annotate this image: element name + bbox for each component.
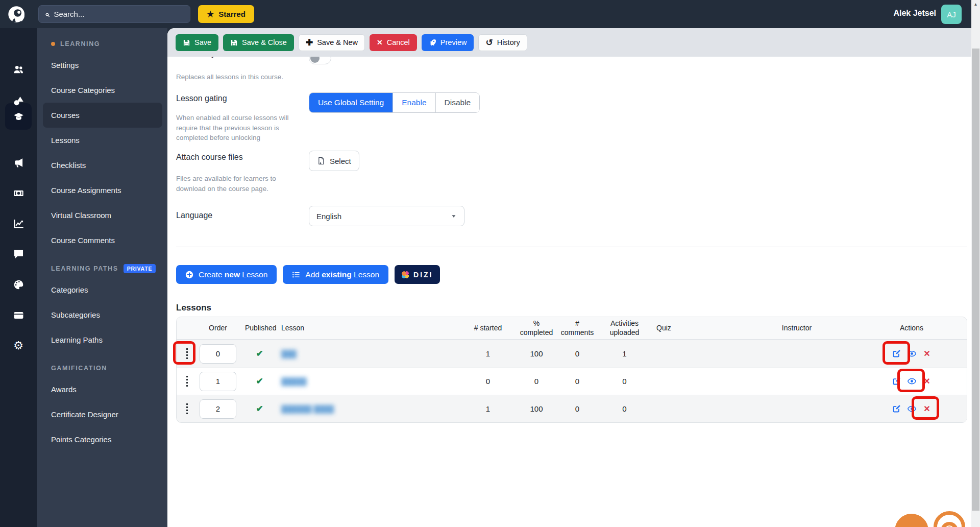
sidebar-item-categories[interactable]: Categories xyxy=(43,277,162,302)
file-plus-icon xyxy=(317,157,325,165)
drag-handle[interactable] xyxy=(177,376,193,387)
sidebar-item-checklists[interactable]: Checklists xyxy=(43,153,162,178)
rail-item-users[interactable] xyxy=(0,56,37,83)
dizi-button[interactable]: DIZI xyxy=(395,265,439,284)
column-header-instructor: Instructor xyxy=(738,324,855,333)
save-button[interactable]: Save xyxy=(176,34,218,51)
section-header-learning: LEARNING xyxy=(37,35,167,53)
sidebar-nav: LEARNINGSettingsCourse CategoriesCourses… xyxy=(37,28,167,527)
scrollbar-thumb[interactable] xyxy=(972,49,979,511)
lesson-name-link[interactable]: █████ xyxy=(281,377,307,386)
rail-item-commerce[interactable] xyxy=(0,180,37,206)
preview-lesson-button[interactable] xyxy=(908,404,916,413)
published-check-icon: ✔ xyxy=(243,403,276,414)
column-header-activitiesuploaded: Activities uploaded xyxy=(598,319,651,337)
history-label: History xyxy=(497,38,520,46)
sidebar-item-learning-paths[interactable]: Learning Paths xyxy=(43,327,162,352)
sidebar-item-subcategories[interactable]: Subcategories xyxy=(43,302,162,327)
edit-lesson-button[interactable] xyxy=(892,404,901,413)
sidebar-item-course-comments[interactable]: Course Comments xyxy=(43,228,162,253)
delete-lesson-button[interactable]: ✕ xyxy=(923,404,932,413)
cell-completed: 100 xyxy=(516,349,557,358)
rail-item-learning[interactable] xyxy=(0,103,37,130)
palette-icon xyxy=(13,279,24,290)
cell-activities: 1 xyxy=(598,349,651,358)
lesson-name-link[interactable]: ██████ ████ xyxy=(281,405,334,413)
rail-item-comments[interactable] xyxy=(0,241,37,267)
plus-icon: ✚ xyxy=(306,37,313,48)
order-input[interactable] xyxy=(200,399,236,419)
plus-circle-icon xyxy=(185,271,193,279)
star-icon: ★ xyxy=(207,9,214,19)
scrollbar-up-arrow[interactable]: ▲ xyxy=(971,2,980,7)
drag-handle[interactable] xyxy=(177,403,193,415)
cancel-button[interactable]: ✕ Cancel xyxy=(370,34,417,51)
app-logo-elephant-icon[interactable] xyxy=(7,4,27,25)
order-input[interactable] xyxy=(200,372,236,391)
main-area: Save Save & Close ✚ Save & New ✕ Cancel … xyxy=(167,28,971,527)
rail-item-reports[interactable] xyxy=(0,210,37,237)
create-new-lesson-button[interactable]: Create new Lesson xyxy=(176,265,277,284)
megaphone-icon xyxy=(13,157,24,168)
chat-bubble-icon xyxy=(13,249,24,259)
save-new-button[interactable]: ✚ Save & New xyxy=(299,34,365,51)
gating-option-use-global-setting[interactable]: Use Global Setting xyxy=(309,93,393,112)
preview-lesson-button[interactable] xyxy=(908,377,916,386)
published-check-icon: ✔ xyxy=(243,376,276,387)
sidebar-item-lessons[interactable]: Lessons xyxy=(43,128,162,153)
lesson-gating-help: When enabled all course lessons will req… xyxy=(176,113,296,143)
rail-item-accounts[interactable] xyxy=(0,302,37,328)
icon-rail: ⚙ xyxy=(0,28,37,527)
save-close-button[interactable]: Save & Close xyxy=(223,34,294,51)
published-check-icon: ✔ xyxy=(243,348,276,359)
save-label: Save xyxy=(194,38,211,46)
sidebar-item-points-categories[interactable]: Points Categories xyxy=(43,427,162,452)
chevron-down-icon: ▼ xyxy=(451,213,457,219)
delete-lesson-button[interactable]: ✕ xyxy=(923,349,932,358)
edit-lesson-button[interactable] xyxy=(892,377,901,386)
lesson-name-link[interactable]: ███ xyxy=(281,350,297,358)
rail-item-announcements[interactable] xyxy=(0,149,37,176)
avatar[interactable]: AJ xyxy=(941,5,962,24)
cell-started: 1 xyxy=(460,349,516,358)
sidebar-item-virtual-classroom[interactable]: Virtual Classroom xyxy=(43,203,162,228)
table-row: ✔██████ ████110000✕ xyxy=(177,395,967,422)
section-header-learning-paths: LEARNING PATHSPRIVATE xyxy=(37,260,167,277)
starred-button[interactable]: ★ Starred xyxy=(198,5,254,23)
list-icon xyxy=(292,271,300,279)
preview-button[interactable]: Preview xyxy=(422,34,474,51)
gating-option-enable[interactable]: Enable xyxy=(393,93,435,112)
library-content-help: Replaces all lessons in this course. xyxy=(176,72,296,82)
dizi-label: DIZI xyxy=(413,271,433,279)
section-gap xyxy=(37,452,167,459)
elephant-mini-icon xyxy=(941,522,958,527)
cell-comments: 0 xyxy=(557,404,598,413)
language-select[interactable]: English ▼ xyxy=(309,206,464,226)
edit-lesson-button[interactable] xyxy=(892,349,901,358)
starred-label: Starred xyxy=(218,10,246,18)
sidebar-item-awards[interactable]: Awards xyxy=(43,377,162,402)
sidebar-item-course-assignments[interactable]: Course Assignments xyxy=(43,178,162,203)
cell-activities: 0 xyxy=(598,404,651,413)
cell-started: 1 xyxy=(460,404,516,413)
select-files-button[interactable]: Select xyxy=(309,151,359,171)
gating-option-disable[interactable]: Disable xyxy=(435,93,480,112)
save-close-label: Save & Close xyxy=(242,38,287,46)
sidebar-item-settings[interactable]: Settings xyxy=(43,53,162,78)
order-input[interactable] xyxy=(200,344,236,364)
cell-completed: 0 xyxy=(516,377,557,386)
add-existing-lesson-button[interactable]: Add existing Lesson xyxy=(283,265,388,284)
delete-lesson-button[interactable]: ✕ xyxy=(923,377,932,386)
sidebar-item-certificate-designer[interactable]: Certificate Designer xyxy=(43,402,162,427)
actions-cell: ✕ xyxy=(855,349,967,358)
history-button[interactable]: ↺ History xyxy=(478,34,527,51)
rail-item-settings[interactable]: ⚙ xyxy=(0,332,37,359)
sidebar-item-course-categories[interactable]: Course Categories xyxy=(43,78,162,103)
user-name: Alek Jetsel xyxy=(893,9,936,18)
search-input[interactable] xyxy=(54,10,184,18)
drag-handle[interactable] xyxy=(177,348,193,360)
rail-item-appearance[interactable] xyxy=(0,271,37,298)
cell-activities: 0 xyxy=(598,377,651,386)
sidebar-item-courses[interactable]: Courses xyxy=(43,103,162,128)
preview-lesson-button[interactable] xyxy=(908,349,916,358)
